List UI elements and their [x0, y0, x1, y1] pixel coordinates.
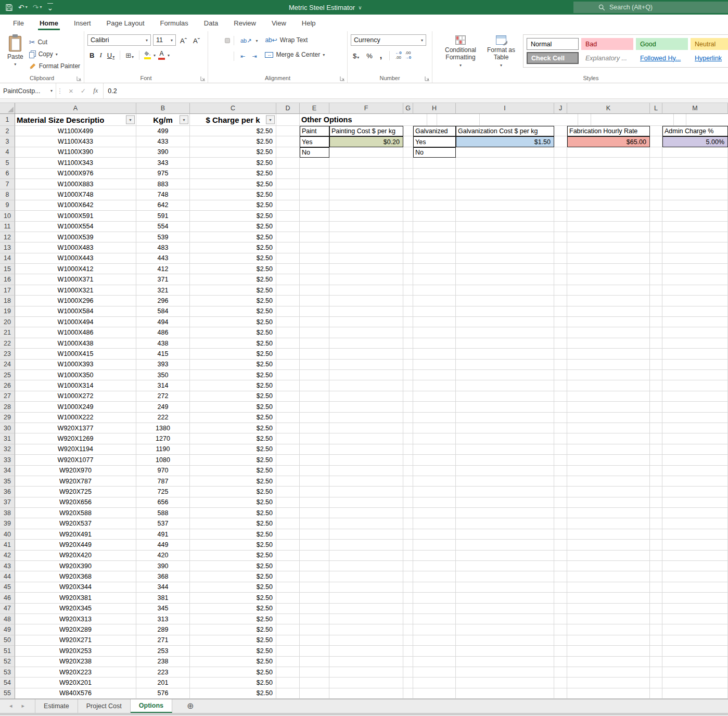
cell-f23[interactable] — [329, 349, 403, 359]
cell-kgm-54[interactable]: 201 — [136, 677, 190, 688]
cell-j14[interactable] — [554, 253, 567, 264]
cell-e34[interactable] — [300, 466, 329, 476]
row-header-33[interactable]: 33 — [0, 455, 15, 465]
cell-e49[interactable] — [300, 624, 329, 635]
cell-j23[interactable] — [554, 349, 567, 359]
cell-k18[interactable] — [567, 296, 650, 306]
cell-j31[interactable] — [554, 433, 567, 444]
cell-f11[interactable] — [329, 222, 403, 232]
cell-charge-25[interactable]: $2.50 — [190, 370, 276, 380]
row-header-7[interactable]: 7 — [0, 179, 15, 189]
cell-e1-other-options[interactable]: Other Options — [300, 114, 353, 126]
cell-material-3[interactable]: W1100X433 — [15, 136, 136, 147]
borders-button[interactable]: ⊞▾ — [123, 50, 136, 60]
cell-e33[interactable] — [300, 455, 329, 465]
row-header-26[interactable]: 26 — [0, 380, 15, 391]
column-header-l[interactable]: L — [650, 103, 662, 114]
cell-l34[interactable] — [650, 466, 662, 476]
row-header-35[interactable]: 35 — [0, 476, 15, 487]
row-header-8[interactable]: 8 — [0, 189, 15, 200]
cell-h12[interactable] — [413, 232, 456, 242]
cell-m37[interactable] — [662, 497, 728, 508]
cell-j48[interactable] — [554, 614, 567, 624]
cell-k42[interactable] — [567, 551, 650, 561]
cell-l48[interactable] — [650, 614, 662, 624]
cell-g4[interactable] — [403, 147, 413, 158]
cell-charge-14[interactable]: $2.50 — [190, 253, 276, 264]
cell-g32[interactable] — [403, 444, 413, 455]
format-painter-button[interactable]: Format Painter — [28, 60, 82, 72]
cell-charge-11[interactable]: $2.50 — [190, 222, 276, 232]
cell-i8[interactable] — [456, 189, 554, 200]
cell-g30[interactable] — [403, 423, 413, 433]
cell-e45[interactable] — [300, 582, 329, 593]
row-header-42[interactable]: 42 — [0, 551, 15, 561]
cell-d49[interactable] — [276, 624, 300, 635]
row-header-31[interactable]: 31 — [0, 433, 15, 444]
style-bad[interactable]: Bad — [581, 38, 633, 50]
cell-m47[interactable] — [662, 604, 728, 614]
cell-d16[interactable] — [276, 274, 300, 285]
cell-j38[interactable] — [554, 508, 567, 518]
cell-k48[interactable] — [567, 614, 650, 624]
accounting-format-button[interactable]: $▾ — [351, 51, 361, 61]
cell-kgm-22[interactable]: 438 — [136, 338, 190, 349]
cell-m41[interactable] — [662, 540, 728, 550]
cell-g9[interactable] — [403, 200, 413, 211]
cell-f33[interactable] — [329, 455, 403, 465]
cell-charge-45[interactable]: $2.50 — [190, 582, 276, 593]
cell-h20[interactable] — [413, 317, 456, 327]
cell-kgm-19[interactable]: 584 — [136, 306, 190, 317]
cell-e43[interactable] — [300, 561, 329, 571]
cell[interactable] — [578, 114, 591, 126]
cell-l23[interactable] — [650, 349, 662, 359]
cell-d34[interactable] — [276, 466, 300, 476]
cell-l9[interactable] — [650, 200, 662, 211]
cell-charge-24[interactable]: $2.50 — [190, 360, 276, 370]
cell-material-42[interactable]: W920X420 — [15, 551, 136, 561]
cell-k44[interactable] — [567, 571, 650, 582]
cell-h38[interactable] — [413, 508, 456, 518]
cell-material-35[interactable]: W920X787 — [15, 476, 136, 487]
cell-l13[interactable] — [650, 242, 662, 253]
font-color-button[interactable]: A — [157, 50, 167, 60]
cell-i38[interactable] — [456, 508, 554, 518]
middle-align-button[interactable] — [218, 38, 223, 43]
cell-m21[interactable] — [662, 327, 728, 338]
cell-charge-41[interactable]: $2.50 — [190, 540, 276, 550]
cell-j17[interactable] — [554, 285, 567, 296]
cell-g24[interactable] — [403, 360, 413, 370]
cell-f48[interactable] — [329, 614, 403, 624]
cell-f6[interactable] — [329, 169, 403, 179]
cell-m33[interactable] — [662, 455, 728, 465]
row-header-10[interactable]: 10 — [0, 211, 15, 221]
column-header-b[interactable]: B — [136, 103, 190, 114]
cell-kgm-55[interactable]: 576 — [136, 688, 190, 699]
row-header-2[interactable]: 2 — [0, 126, 15, 136]
cell-m7[interactable] — [662, 179, 728, 189]
cell-kgm-45[interactable]: 344 — [136, 582, 190, 593]
cell-i17[interactable] — [456, 285, 554, 296]
chevron-down-icon[interactable]: ▾ — [256, 39, 258, 43]
cell-j29[interactable] — [554, 413, 567, 423]
cell-l3[interactable] — [650, 136, 662, 147]
cell-d12[interactable] — [276, 232, 300, 242]
cell-e42[interactable] — [300, 551, 329, 561]
sheet-tab-options[interactable]: Options — [131, 699, 172, 713]
cell-i10[interactable] — [456, 211, 554, 221]
cell-d46[interactable] — [276, 593, 300, 603]
cell-m10[interactable] — [662, 211, 728, 221]
cell-kgm-36[interactable]: 725 — [136, 487, 190, 497]
cell[interactable] — [437, 114, 480, 126]
cell-j19[interactable] — [554, 306, 567, 317]
cell-kgm-18[interactable]: 296 — [136, 296, 190, 306]
cell-e25[interactable] — [300, 370, 329, 380]
cell-h46[interactable] — [413, 593, 456, 603]
cell-d48[interactable] — [276, 614, 300, 624]
cell-kgm-13[interactable]: 483 — [136, 242, 190, 253]
cell-e3[interactable]: Yes — [300, 136, 329, 147]
cell-kgm-39[interactable]: 537 — [136, 518, 190, 529]
row-header-34[interactable]: 34 — [0, 466, 15, 476]
row-header-9[interactable]: 9 — [0, 200, 15, 211]
cell-j20[interactable] — [554, 317, 567, 327]
